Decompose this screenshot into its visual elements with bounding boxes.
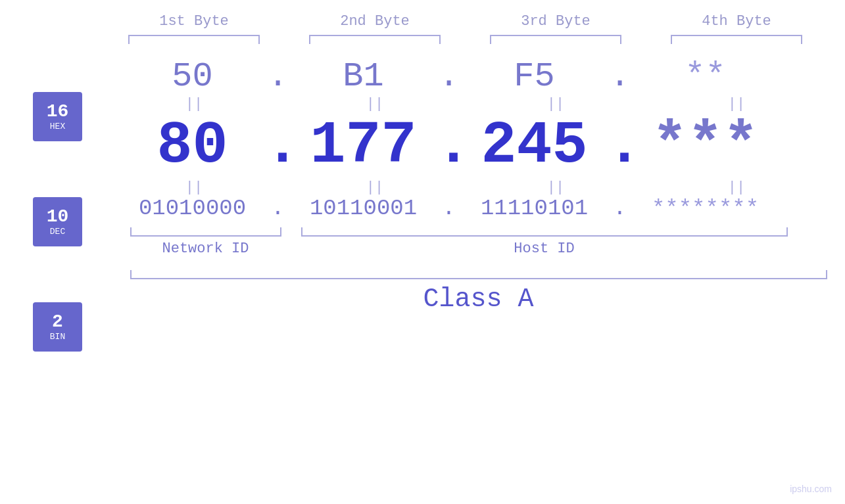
bin-byte-1: 01010000 <box>120 196 265 221</box>
hex-badge-label: HEX <box>50 122 65 131</box>
host-id-bracket <box>301 227 788 237</box>
hex-byte-2: B1 <box>291 57 436 96</box>
dec-badge: 10 DEC <box>33 197 82 246</box>
dec-dot-2: . <box>436 116 462 175</box>
eq2-1: || <box>122 179 266 196</box>
dec-badge-number: 10 <box>47 207 69 227</box>
hex-byte-3: F5 <box>462 57 607 96</box>
dec-dot-1: . <box>265 116 291 175</box>
eq1-4: || <box>664 96 809 112</box>
class-label: Class A <box>130 285 827 314</box>
dec-byte-1: 80 <box>120 112 265 179</box>
hex-badge: 16 HEX <box>33 92 82 141</box>
eq2-2: || <box>302 179 447 196</box>
dec-byte-4: *** <box>633 112 778 179</box>
hex-dot-2: . <box>436 57 462 96</box>
class-section: Class A <box>130 270 827 314</box>
eq1-2: || <box>302 96 447 112</box>
hex-byte-4: ** <box>633 57 778 96</box>
eq2-4: || <box>664 179 809 196</box>
byte-label-2: 2nd Byte <box>302 13 447 30</box>
bin-dot-3: . <box>607 196 633 221</box>
bracket-1 <box>128 35 260 44</box>
bin-byte-2: 10110001 <box>291 196 436 221</box>
hex-dot-1: . <box>265 57 291 96</box>
bin-badge: 2 BIN <box>33 302 82 352</box>
hex-row: 50 . B1 . F5 . ** <box>55 57 844 96</box>
bin-badge-number: 2 <box>52 312 63 332</box>
network-id-bracket <box>130 227 281 237</box>
dec-dot-3: . <box>607 116 633 175</box>
bracket-4 <box>671 35 802 44</box>
bin-byte-3: 11110101 <box>462 196 607 221</box>
bin-dot-1: . <box>265 196 291 221</box>
network-id-label: Network ID <box>130 241 281 257</box>
bin-badge-label: BIN <box>50 332 65 342</box>
hex-byte-1: 50 <box>120 57 265 96</box>
bracket-3 <box>490 35 621 44</box>
eq1-3: || <box>483 96 628 112</box>
bin-byte-4: ******** <box>633 196 778 221</box>
byte-label-1: 1st Byte <box>122 13 266 30</box>
equals-row-2: || || || || <box>104 179 827 196</box>
equals-row-1: || || || || <box>104 96 827 112</box>
bottom-brackets-row <box>130 227 827 237</box>
bracket-2 <box>309 35 441 44</box>
dec-byte-3: 245 <box>462 112 607 179</box>
dec-row: 80 . 177 . 245 . *** <box>55 112 844 179</box>
byte-label-4: 4th Byte <box>664 13 809 30</box>
dec-byte-2: 177 <box>291 112 436 179</box>
bin-dot-2: . <box>436 196 462 221</box>
byte-label-3: 3rd Byte <box>483 13 628 30</box>
host-id-label: Host ID <box>301 241 788 257</box>
hex-dot-3: . <box>607 57 633 96</box>
top-brackets <box>104 35 827 44</box>
network-host-labels: Network ID Host ID <box>130 237 827 257</box>
class-bracket <box>130 270 827 279</box>
byte-labels-row: 1st Byte 2nd Byte 3rd Byte 4th Byte <box>104 13 827 30</box>
eq1-1: || <box>122 96 266 112</box>
eq2-3: || <box>483 179 628 196</box>
bin-row: 01010000 . 10110001 . 11110101 . *******… <box>55 196 844 221</box>
hex-badge-number: 16 <box>47 102 69 122</box>
main-container: 16 HEX 10 DEC 2 BIN 1st Byte 2nd Byte 3r… <box>0 0 845 504</box>
dec-badge-label: DEC <box>50 227 65 237</box>
watermark: ipshu.com <box>790 484 832 494</box>
